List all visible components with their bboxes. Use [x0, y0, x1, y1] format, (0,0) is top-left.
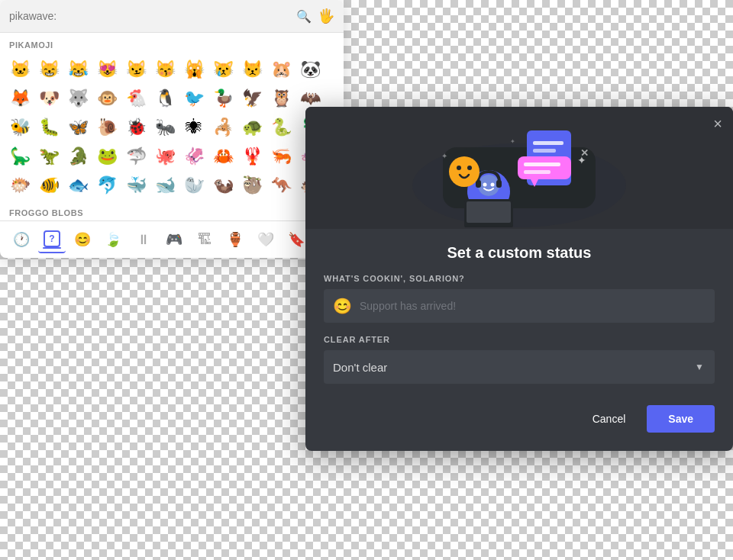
svg-rect-22 — [524, 170, 551, 174]
emoji-cell[interactable]: 🐛 — [35, 114, 63, 141]
emoji-search-input[interactable] — [9, 10, 290, 22]
status-input-row: 😊 — [324, 289, 715, 323]
svg-point-12 — [491, 182, 495, 186]
emoji-cell[interactable]: 🐦 — [180, 85, 208, 112]
emoji-cell[interactable]: 🐬 — [93, 172, 121, 199]
emoji-cell[interactable]: 🕷 — [180, 114, 208, 141]
clear-after-select-wrapper: Don't clear 30 minutes 1 hour 4 hours To… — [324, 350, 715, 384]
emoji-cell[interactable]: 🐋 — [151, 172, 179, 199]
emoji-cell[interactable]: 😼 — [122, 56, 150, 83]
emoji-cell[interactable]: 🐱 — [6, 56, 34, 83]
category-symbols-icon[interactable]: 🏺 — [221, 226, 249, 253]
clear-after-select[interactable]: Don't clear 30 minutes 1 hour 4 hours To… — [324, 350, 715, 384]
emoji-cell[interactable]: 🐺 — [64, 85, 92, 112]
emoji-cell[interactable]: 🦦 — [209, 172, 237, 199]
emoji-cell[interactable]: 😿 — [209, 56, 237, 83]
modal-title: Set a custom status — [324, 244, 715, 262]
emoji-cell[interactable]: 🙀 — [180, 56, 208, 83]
emoji-cell[interactable]: 🐹 — [267, 56, 295, 83]
svg-text:✦: ✦ — [441, 152, 447, 160]
emoji-cell[interactable]: 🐍 — [267, 114, 295, 141]
category-smileys-icon[interactable]: 😊 — [69, 226, 96, 253]
emoji-cell[interactable]: 🐶 — [35, 85, 63, 112]
emoji-cell[interactable]: 🦆 — [209, 85, 237, 112]
save-button[interactable]: Save — [647, 405, 715, 433]
emoji-cell[interactable]: 🦂 — [209, 114, 237, 141]
diversity-icon[interactable]: 🖐 — [318, 8, 334, 24]
emoji-cell[interactable]: 🐳 — [122, 172, 150, 199]
emoji-cell[interactable]: 😽 — [151, 56, 179, 83]
emoji-cell[interactable]: 🐊 — [64, 143, 92, 170]
emoji-cell[interactable]: 🦐 — [267, 143, 295, 170]
emoji-search-bar: 🔍 🖐 — [0, 0, 344, 33]
svg-point-11 — [483, 182, 487, 186]
emoji-cell[interactable]: 🐠 — [35, 172, 63, 199]
emoji-cell[interactable]: 🐡 — [6, 172, 34, 199]
status-emoji[interactable]: 😊 — [333, 297, 352, 315]
emoji-cell[interactable]: 🐸 — [93, 143, 121, 170]
cancel-button[interactable]: Cancel — [580, 407, 638, 431]
emoji-cell[interactable]: 🦈 — [122, 143, 150, 170]
clear-after-label: CLEAR AFTER — [324, 335, 715, 344]
category-objects-icon[interactable]: 🏗 — [191, 226, 218, 253]
emoji-cell[interactable]: 🐔 — [122, 85, 150, 112]
emoji-cell[interactable]: 🐙 — [151, 143, 179, 170]
emoji-category-bar: 🕐 ? 😊 🍃 ⏸ 🎮 🏗 🏺 🤍 🔖 — [0, 220, 344, 258]
emoji-cell[interactable]: 🐟 — [64, 172, 92, 199]
modal-body: Set a custom status WHAT'S COOKIN', SOLA… — [305, 229, 733, 451]
emoji-cell[interactable]: 🐵 — [93, 85, 121, 112]
status-text-input[interactable] — [360, 300, 706, 312]
category-custom-icon[interactable]: ? — [38, 226, 66, 253]
category-nature-icon[interactable]: 🍃 — [99, 226, 127, 253]
emoji-cell[interactable]: 😻 — [93, 56, 121, 83]
svg-rect-4 — [533, 149, 556, 153]
emoji-cell[interactable]: 🐢 — [238, 114, 266, 141]
emoji-cell[interactable]: 🦘 — [267, 172, 295, 199]
svg-rect-21 — [524, 163, 560, 166]
search-icon: 🔍 — [296, 9, 312, 24]
emoji-cell[interactable]: 🦋 — [64, 114, 92, 141]
emoji-cell[interactable]: 🐼 — [296, 56, 324, 83]
svg-rect-10 — [496, 180, 502, 188]
emoji-cell[interactable]: 🐌 — [93, 114, 121, 141]
emoji-cell[interactable]: 🐝 — [6, 114, 34, 141]
emoji-cell[interactable]: 🦥 — [238, 172, 266, 199]
emoji-cell[interactable]: 🦉 — [267, 85, 295, 112]
svg-rect-3 — [533, 141, 563, 145]
modal-close-button[interactable]: × — [713, 116, 722, 131]
svg-point-17 — [457, 166, 461, 170]
emoji-cell[interactable]: 😹 — [64, 56, 92, 83]
svg-point-18 — [467, 166, 472, 170]
category-games-icon[interactable]: 🎮 — [160, 226, 188, 253]
emoji-cell[interactable]: 😸 — [35, 56, 63, 83]
svg-text:✦: ✦ — [510, 138, 515, 145]
custom-status-modal: × — [305, 107, 733, 451]
emoji-cell[interactable]: 🦅 — [238, 85, 266, 112]
status-section-label: WHAT'S COOKIN', SOLARION? — [324, 274, 715, 283]
category-hearts-icon[interactable]: 🤍 — [252, 226, 279, 253]
emoji-cell[interactable]: 🦖 — [35, 143, 63, 170]
emoji-cell[interactable]: 🐞 — [122, 114, 150, 141]
category-activities-icon[interactable]: ⏸ — [130, 226, 157, 253]
svg-rect-14 — [467, 201, 511, 223]
header-svg: ✦ ✦ ✦ ✕ — [397, 109, 641, 227]
emoji-cell[interactable]: 🦑 — [180, 143, 208, 170]
emoji-cell[interactable]: 🐜 — [151, 114, 179, 141]
category-recent-icon[interactable]: 🕐 — [8, 226, 35, 253]
modal-header-illustration: × — [305, 107, 733, 229]
modal-footer: Cancel Save — [324, 402, 715, 433]
emoji-cell[interactable]: 🐧 — [151, 85, 179, 112]
emoji-cell[interactable]: 😾 — [238, 56, 266, 83]
svg-text:✕: ✕ — [580, 147, 589, 159]
svg-point-8 — [478, 175, 499, 196]
emoji-cell[interactable]: 🦊 — [6, 85, 34, 112]
emoji-cell[interactable]: 🦭 — [180, 172, 208, 199]
pikamoji-grid: 🐱 😸 😹 😻 😼 😽 🙀 😿 😾 🐹 🐼 🦊 🐶 🐺 🐵 🐔 🐧 🐦 🦆 🦅 … — [0, 53, 344, 205]
modal-overlay: × — [305, 107, 733, 451]
emoji-cell[interactable]: 🦕 — [6, 143, 34, 170]
emoji-cell[interactable]: 🦞 — [238, 143, 266, 170]
froggo-section-label: FROGGO BLOBS — [0, 205, 344, 220]
svg-rect-19 — [518, 156, 571, 179]
emoji-picker: 🔍 🖐 PIKAMOJI 🐱 😸 😹 😻 😼 😽 🙀 😿 😾 🐹 🐼 🦊 🐶 🐺… — [0, 0, 344, 258]
emoji-cell[interactable]: 🦀 — [209, 143, 237, 170]
